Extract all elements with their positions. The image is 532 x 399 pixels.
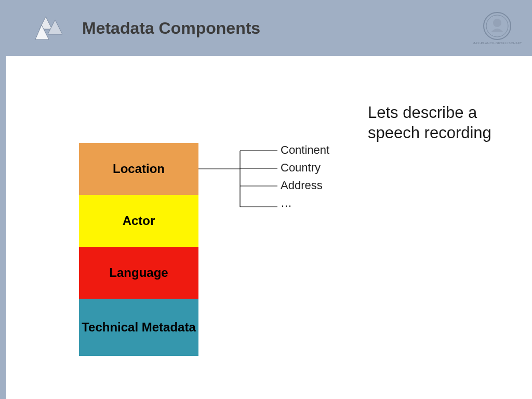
block-location: Location xyxy=(79,143,198,195)
block-technical-metadata: Technical Metadata xyxy=(79,299,198,356)
branch-item-continent: Continent xyxy=(281,141,329,159)
branch-item-address: Address xyxy=(281,177,329,194)
seal-text: MAX-PLANCK-GESELLSCHAFT xyxy=(472,42,522,45)
branch-connector xyxy=(198,144,282,212)
branch-item-country: Country xyxy=(281,159,329,177)
org-seal-icon: MAX-PLANCK-GESELLSCHAFT xyxy=(480,11,514,53)
block-language: Language xyxy=(79,247,198,299)
description-text: Lets describe a speech recording xyxy=(368,103,518,143)
branch-item-more: … xyxy=(281,194,329,212)
branch-labels: Continent Country Address … xyxy=(281,141,329,212)
metadata-block-stack: Location Actor Language Technical Metada… xyxy=(79,143,198,356)
slide-title: Metadata Components xyxy=(82,19,260,38)
block-actor: Actor xyxy=(79,195,198,247)
left-accent-bar xyxy=(0,0,6,399)
slide-header: Metadata Components MAX-PLANCK-GESELLSCH… xyxy=(0,0,532,56)
logo-icon xyxy=(35,15,65,41)
svg-point-5 xyxy=(493,19,501,27)
